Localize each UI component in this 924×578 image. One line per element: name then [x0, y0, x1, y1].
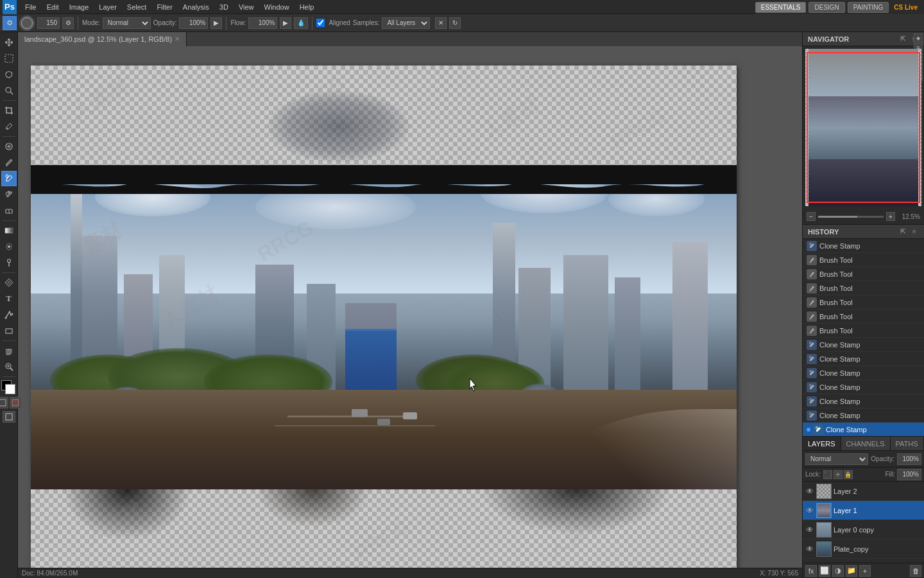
- history-item-13[interactable]: Clone Stamp: [803, 408, 924, 423]
- cs-live-btn[interactable]: CS Live: [891, 4, 920, 11]
- clone-stamp-tool-btn[interactable]: [1, 171, 17, 186]
- lock-pixels-btn[interactable]: ⬛: [823, 470, 832, 479]
- aligned-checkbox[interactable]: [316, 19, 325, 27]
- opacity-arrow-btn[interactable]: ▶: [210, 17, 222, 29]
- menu-edit[interactable]: Edit: [42, 2, 64, 12]
- doc-tab-close[interactable]: ✕: [175, 35, 180, 42]
- flow-arrow-btn[interactable]: ▶: [280, 17, 291, 29]
- cancel-btn[interactable]: ✕: [435, 17, 447, 29]
- history-brush-tool-btn[interactable]: [1, 187, 17, 202]
- shape-tool-btn[interactable]: [1, 323, 17, 338]
- history-item-5[interactable]: Brush Tool: [803, 295, 924, 310]
- menu-filter[interactable]: Filter: [152, 2, 176, 12]
- layer-row-plate[interactable]: 👁 Plate_copy: [803, 539, 924, 559]
- layer-2-visibility[interactable]: 👁: [805, 487, 814, 496]
- layer-plate-visibility[interactable]: 👁: [805, 545, 814, 554]
- layer-adjustment-btn[interactable]: ◑: [832, 565, 844, 577]
- samples-select[interactable]: All Layers: [382, 17, 430, 29]
- airbrush-btn[interactable]: 💧: [294, 17, 308, 29]
- workspace-design[interactable]: DESIGN: [809, 2, 844, 13]
- layer-mask-btn[interactable]: ⬜: [819, 565, 830, 577]
- move-tool-btn[interactable]: [1, 35, 17, 50]
- zoom-slider[interactable]: [818, 216, 884, 218]
- history-item-6[interactable]: Brush Tool: [803, 310, 924, 324]
- zoom-tool-btn[interactable]: [1, 359, 17, 374]
- canvas-area[interactable]: 人素材 RRCG 人素材 RRCG 人素材 RRCG 人素材 人素材 RRCG …: [18, 46, 802, 568]
- layer-group-btn[interactable]: 📁: [846, 565, 857, 577]
- panel-icon-1[interactable]: ◈: [914, 33, 923, 42]
- layer-row-0copy[interactable]: 👁 Layer 0 copy: [803, 520, 924, 539]
- brush-size-input[interactable]: [37, 17, 60, 29]
- layer-0copy-visibility[interactable]: 👁: [805, 525, 814, 534]
- gradient-tool-btn[interactable]: [1, 223, 17, 238]
- tab-channels[interactable]: CHANNELS: [841, 437, 891, 450]
- navigator-expand-icon[interactable]: ⇱: [898, 35, 907, 44]
- layer-fx-btn[interactable]: fx: [805, 565, 817, 577]
- zoom-in-btn[interactable]: +: [886, 212, 895, 221]
- path-select-tool-btn[interactable]: [1, 307, 17, 322]
- history-item-8[interactable]: Clone Stamp: [803, 338, 924, 352]
- menu-layer[interactable]: Layer: [94, 2, 121, 12]
- lock-all-btn[interactable]: 🔒: [844, 470, 853, 479]
- dodge-tool-btn[interactable]: [1, 255, 17, 270]
- history-item-7[interactable]: Brush Tool: [803, 324, 924, 338]
- layers-blend-select[interactable]: Normal: [805, 453, 868, 465]
- history-item-10[interactable]: Clone Stamp: [803, 366, 924, 380]
- pen-tool-btn[interactable]: [1, 275, 17, 290]
- marquee-tool-btn[interactable]: [1, 51, 17, 66]
- menu-window[interactable]: Window: [260, 2, 294, 12]
- history-item-12[interactable]: Clone Stamp: [803, 394, 924, 408]
- history-item-9[interactable]: Clone Stamp: [803, 352, 924, 366]
- brush-settings-btn[interactable]: ⚙: [62, 17, 74, 29]
- hand-tool-btn[interactable]: [1, 343, 17, 358]
- brush-tool-btn[interactable]: [1, 155, 17, 170]
- tab-paths[interactable]: PATHS: [891, 437, 924, 450]
- screen-mode-btn[interactable]: [3, 411, 15, 423]
- opacity-input[interactable]: [897, 453, 921, 465]
- menu-image[interactable]: Image: [65, 2, 94, 12]
- layer-new-btn[interactable]: +: [859, 565, 871, 577]
- quick-select-tool-btn[interactable]: [1, 83, 17, 98]
- history-menu-icon[interactable]: ≡: [910, 227, 919, 236]
- layer-row-1[interactable]: 👁 Layer 1: [803, 501, 924, 520]
- eraser-tool-btn[interactable]: [1, 203, 17, 218]
- menu-view[interactable]: View: [234, 2, 259, 12]
- crop-tool-btn[interactable]: [1, 103, 17, 118]
- mode-select[interactable]: Normal: [103, 17, 151, 29]
- menu-analysis[interactable]: Analysis: [178, 2, 214, 12]
- history-item-3[interactable]: Brush Tool: [803, 267, 924, 281]
- history-item-4[interactable]: Brush Tool: [803, 281, 924, 295]
- blur-tool-btn[interactable]: [1, 239, 17, 254]
- lasso-tool-btn[interactable]: [1, 67, 17, 82]
- opacity-input[interactable]: [179, 17, 208, 29]
- history-item-2[interactable]: Brush Tool: [803, 253, 924, 267]
- menu-3d[interactable]: 3D: [215, 2, 233, 12]
- fill-input[interactable]: [897, 469, 921, 480]
- layer-1-visibility[interactable]: 👁: [805, 506, 814, 515]
- history-item-14[interactable]: Clone Stamp: [803, 423, 924, 436]
- eyedropper-tool-btn[interactable]: [1, 119, 17, 134]
- healing-brush-tool-btn[interactable]: [1, 139, 17, 154]
- quick-mask-btn[interactable]: [10, 397, 21, 408]
- lock-position-btn[interactable]: ✛: [834, 470, 843, 479]
- history-expand-icon[interactable]: ⇱: [898, 227, 907, 236]
- tab-layers[interactable]: LAYERS: [803, 437, 841, 450]
- fg-bg-color[interactable]: [1, 380, 17, 394]
- workspace-essentials[interactable]: ESSENTIALS: [755, 2, 807, 13]
- menu-help[interactable]: Help: [295, 2, 319, 12]
- zoom-out-btn[interactable]: −: [807, 212, 816, 221]
- standard-mode-btn[interactable]: [0, 397, 8, 408]
- background-color[interactable]: [5, 384, 15, 394]
- rotate-btn[interactable]: ↻: [449, 17, 461, 29]
- history-item-1[interactable]: Clone Stamp: [803, 239, 924, 253]
- layer-row-2[interactable]: 👁 Layer 2: [803, 482, 924, 501]
- workspace-painting[interactable]: PAINTING: [848, 2, 889, 13]
- type-tool-btn[interactable]: T: [1, 291, 17, 306]
- brush-size-preview[interactable]: [19, 15, 35, 31]
- history-item-11[interactable]: Clone Stamp: [803, 380, 924, 394]
- menu-select[interactable]: Select: [123, 2, 151, 12]
- menu-file[interactable]: File: [21, 2, 41, 12]
- layer-delete-btn[interactable]: 🗑: [910, 565, 921, 577]
- flow-input[interactable]: [248, 17, 277, 29]
- doc-tab-item[interactable]: landscape_360.psd @ 12.5% (Layer 1, RGB/…: [18, 32, 187, 46]
